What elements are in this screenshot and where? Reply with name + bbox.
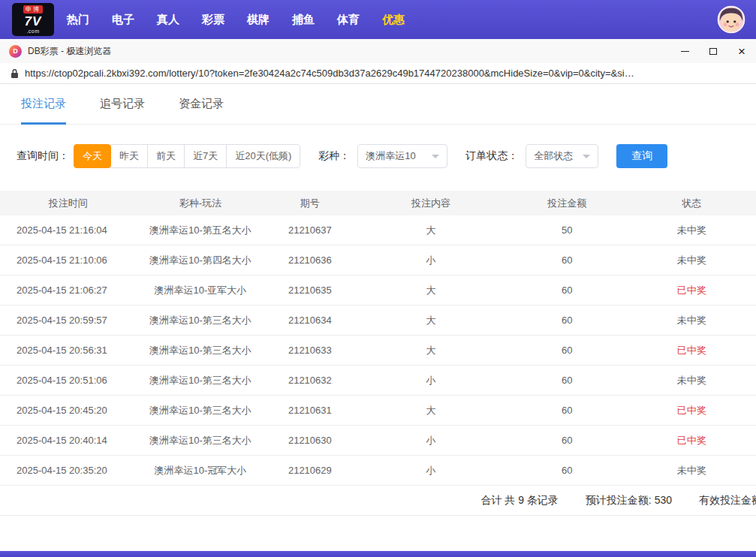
cell-amount: 60 [507,285,628,296]
cell-amount: 50 [507,224,628,236]
cell-status: 未中奖 [628,374,756,387]
minimize-icon [681,51,689,52]
time-option-today[interactable]: 今天 [74,144,111,168]
cell-issue: 21210631 [264,405,355,416]
table-row: 2025-04-15 20:40:14 澳洲幸运10-第三名大小 2121063… [0,426,756,456]
logo-main-text: 7V [25,14,42,29]
cell-issue: 21210633 [264,345,355,356]
cell-bet-time: 2025-04-15 20:56:31 [0,345,136,356]
cell-content: 小 [355,464,506,477]
close-button[interactable]: × [727,39,756,63]
time-option-last-20-days[interactable]: 近20天(低频) [226,144,300,168]
lottery-filter-label: 彩种： [318,149,350,163]
cell-status: 已中奖 [628,434,756,447]
cell-play: 澳洲幸运10-冠军大小 [136,464,264,477]
summary-estimated-amount: 预计投注金额: 530 [586,494,672,507]
cell-bet-time: 2025-04-15 20:45:20 [0,405,136,416]
header-issue: 期号 [264,197,355,210]
query-button[interactable]: 查询 [616,144,667,168]
cell-issue: 21210637 [264,224,355,236]
cell-issue: 21210632 [264,375,355,386]
cell-play: 澳洲幸运10-第三名大小 [136,374,264,387]
chevron-down-icon [432,155,439,158]
url-text[interactable]: https://ctop02pcali.2kbxi392.com/lottery… [25,68,756,79]
cell-status: 未中奖 [628,224,756,237]
nav-item-promo[interactable]: 优惠 [382,13,405,27]
cell-content: 小 [355,434,506,447]
header-play: 彩种-玩法 [136,197,264,210]
time-option-yesterday[interactable]: 昨天 [110,144,148,168]
tab-chase-records[interactable]: 追号记录 [100,84,145,124]
nav-item-hot[interactable]: 热门 [67,13,89,27]
cell-amount: 60 [507,465,628,476]
close-icon: × [738,45,745,58]
nav-item-sports[interactable]: 体育 [337,13,360,27]
lock-icon[interactable] [11,68,19,79]
cell-amount: 60 [507,435,628,446]
cell-bet-time: 2025-04-15 21:10:06 [0,254,136,266]
cell-play: 澳洲幸运10-亚军大小 [136,284,264,297]
table-row: 2025-04-15 20:56:31 澳洲幸运10-第三名大小 2121063… [0,336,756,366]
header-status: 状态 [628,197,756,210]
nav-item-chess[interactable]: 棋牌 [247,13,270,27]
cell-status: 已中奖 [628,344,756,357]
summary-record-count: 合计 共 9 条记录 [480,494,558,507]
nav-item-slots[interactable]: 电子 [112,13,134,27]
cell-status: 未中奖 [628,254,756,267]
cell-amount: 60 [507,375,628,386]
maximize-button[interactable] [699,39,727,63]
cell-bet-time: 2025-04-15 21:06:27 [0,285,136,296]
cell-play: 澳洲幸运10-第五名大小 [136,224,264,237]
nav-item-fishing[interactable]: 捕鱼 [292,13,315,27]
time-option-day-before-yesterday[interactable]: 前天 [147,144,185,168]
avatar-illustration [717,5,745,34]
cell-content: 小 [355,374,506,387]
status-select[interactable]: 全部状态 [526,144,598,168]
table-row: 2025-04-15 20:51:06 澳洲幸运10-第三名大小 2121063… [0,366,756,396]
summary-valid-amount: 有效投注金额 [699,494,756,507]
cell-amount: 60 [507,254,628,266]
tab-bet-records[interactable]: 投注记录 [21,84,66,124]
header-bet-time: 投注时间 [0,197,136,210]
browser-urlbar: https://ctop02pcali.2kbxi392.com/lottery… [0,63,756,84]
minimize-button[interactable] [670,39,699,63]
cell-bet-time: 2025-04-15 20:40:14 [0,435,136,446]
cell-content: 大 [355,284,506,297]
time-filter-label: 查询时间： [17,149,69,163]
summary-row: 合计 共 9 条记录 预计投注金额: 530 有效投注金额 [0,486,756,516]
time-filter-group: 今天昨天前天近7天近20天(低频) [74,144,300,168]
logo-badge: 申博 [23,5,43,14]
header-content: 投注内容 [355,197,506,210]
time-option-last-7-days[interactable]: 近7天 [184,144,227,168]
nav-item-live[interactable]: 真人 [157,13,179,27]
cell-amount: 60 [507,315,628,326]
cell-content: 大 [355,314,506,327]
user-avatar[interactable] [717,5,745,34]
site-logo[interactable]: 申博 7V.com [12,3,54,36]
cell-play: 澳洲幸运10-第三名大小 [136,314,264,327]
window-title: DB彩票 - 极速浏览器 [28,45,111,58]
header-amount: 投注金额 [507,197,628,210]
browser-app-icon: D [9,45,22,58]
window-controls: × [670,39,756,63]
chevron-down-icon [583,155,590,158]
bet-table-body: 2025-04-15 21:16:04 澳洲幸运10-第五名大小 2121063… [0,215,756,486]
site-top-nav: 申博 7V.com 热门电子真人彩票棋牌捕鱼体育优惠 [0,0,756,39]
cell-bet-time: 2025-04-15 20:51:06 [0,375,136,386]
table-row: 2025-04-15 21:06:27 澳洲幸运10-亚军大小 21210635… [0,275,756,306]
cell-issue: 21210630 [264,435,355,446]
cell-play: 澳洲幸运10-第三名大小 [136,434,264,447]
cell-content: 大 [355,224,506,237]
cell-play: 澳洲幸运10-第三名大小 [136,344,264,357]
tab-fund-records[interactable]: 资金记录 [179,84,224,124]
cell-status: 已中奖 [628,284,756,297]
lottery-select[interactable]: 澳洲幸运10 [357,144,447,168]
nav-item-lottery[interactable]: 彩票 [202,13,224,27]
cell-play: 澳洲幸运10-第三名大小 [136,404,264,417]
cell-play: 澳洲幸运10-第四名大小 [136,254,264,267]
cell-amount: 60 [507,345,628,356]
filter-row: 查询时间： 今天昨天前天近7天近20天(低频) 彩种： 澳洲幸运10 订单状态：… [0,144,756,168]
lottery-select-value: 澳洲幸运10 [366,149,415,163]
table-row: 2025-04-15 21:10:06 澳洲幸运10-第四名大小 2121063… [0,245,756,275]
cell-content: 小 [355,254,506,267]
